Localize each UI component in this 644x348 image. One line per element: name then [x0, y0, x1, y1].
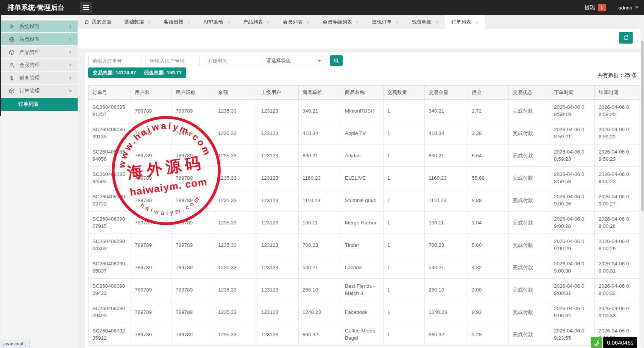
table-row: SC260406085991357897897897891235.3312312…	[89, 122, 639, 144]
table-cell: 1235.33	[214, 234, 257, 256]
table-cell: 789789	[131, 256, 172, 279]
cube-icon	[9, 49, 15, 55]
sidebar-item[interactable]: 站点设置	[1, 33, 78, 45]
sidebar-item[interactable]: 产品管理	[1, 46, 78, 58]
column-header: 余额	[214, 86, 257, 100]
table-cell: 789789	[131, 167, 172, 189]
table-cell: 130.11	[425, 212, 468, 234]
toolbar-strip	[78, 29, 641, 49]
table-cell: 2026-04-06 09:00:29	[550, 234, 595, 256]
status-select[interactable]: 请选择状态	[262, 55, 326, 66]
execution-time-value: 0.064046s	[603, 337, 637, 348]
commission-total-chip: 佣金总额: 159.77	[139, 67, 186, 78]
table-cell: 完成付款	[509, 234, 550, 256]
table-cell: SC26040609007915	[89, 212, 131, 234]
table-cell: 789789	[172, 323, 214, 346]
column-header: 交易金额	[425, 86, 468, 100]
tab[interactable]: 我的桌面	[78, 15, 118, 29]
withdraw-link[interactable]: 提现	[585, 4, 595, 11]
sidebar-item[interactable]: 系统设置	[1, 20, 78, 32]
table-cell: 700.23	[299, 234, 341, 256]
table-cell: SC26040609002722	[89, 189, 131, 212]
table-cell: 789789	[172, 256, 214, 279]
table-cell: 1235.33	[214, 256, 257, 279]
user-no-input[interactable]	[146, 55, 200, 66]
tab[interactable]: APP滚动×	[197, 15, 237, 29]
menu-toggle-button[interactable]	[80, 2, 92, 13]
chevron-left-icon	[68, 63, 73, 68]
sidebar-item[interactable]: 订单管理	[1, 85, 78, 97]
table-cell: 789789	[172, 122, 214, 144]
tab[interactable]: 会员列表×	[276, 15, 316, 29]
tab[interactable]: 钱包明细×	[405, 15, 445, 29]
sidebar-item[interactable]: 会员管理	[1, 59, 78, 71]
tab-close-icon[interactable]: ×	[227, 19, 231, 25]
table-cell: 830.21	[425, 144, 468, 167]
sidebar-subitem[interactable]: 订单列表	[1, 98, 78, 111]
table-cell: 完成付款	[509, 144, 550, 167]
table-cell: 1	[384, 212, 425, 234]
tab-label: 基础数据	[124, 19, 144, 25]
table-cell: 完成付款	[509, 189, 550, 212]
table-cell: 2026-04-06 09:00:28	[595, 212, 639, 234]
table-cell: 1110.23	[299, 189, 341, 212]
table-cell: Stumble guys	[341, 189, 384, 212]
table-cell: 540.21	[425, 256, 468, 279]
tab-close-icon[interactable]: ×	[267, 19, 270, 25]
table-cell: SC26040609005837	[89, 256, 131, 279]
thinkphp-leaf-icon	[591, 337, 602, 348]
column-header: 上级用户	[257, 86, 299, 100]
tab-close-icon[interactable]: ×	[435, 19, 438, 25]
tab[interactable]: 客服链接×	[157, 15, 197, 29]
tab[interactable]: 会员等级列表×	[316, 15, 366, 29]
tab-close-icon[interactable]: ×	[306, 19, 310, 25]
table-cell: Facebook	[341, 301, 384, 323]
table-cell: 123123	[257, 301, 299, 323]
trade-total-chip: 交易总额: 14174.87	[88, 67, 140, 78]
table-cell: 789789	[131, 323, 172, 346]
tab[interactable]: 基础数据×	[118, 15, 157, 29]
scrollbar-track[interactable]	[641, 15, 644, 348]
table-cell: 6.64	[468, 144, 509, 167]
order-no-input[interactable]	[88, 55, 142, 66]
table-cell: 2026-04-06 09:00:31	[595, 256, 639, 279]
table-cell: 完成付款	[509, 122, 550, 144]
tab-close-icon[interactable]: ×	[396, 19, 399, 25]
user-menu[interactable]: admin	[618, 5, 632, 11]
table-cell: 1	[384, 234, 425, 256]
column-header: 用户昵称	[172, 86, 214, 100]
table-row: SC260406090094937897897897891235.3312312…	[89, 301, 639, 323]
search-button[interactable]	[330, 55, 343, 66]
table-cell: 789789	[131, 212, 172, 234]
tab-bar: 我的桌面基础数据×客服链接×APP滚动×产品列表×会员列表×会员等级列表×提现订…	[78, 15, 641, 29]
refresh-button[interactable]	[619, 32, 633, 44]
chevron-left-icon	[68, 75, 73, 81]
table-cell: 5.60	[468, 234, 509, 256]
table-cell: 1235.33	[214, 189, 257, 212]
sidebar-item[interactable]: 财务管理	[1, 72, 78, 84]
tab[interactable]: 产品列表×	[237, 15, 276, 29]
tab-close-icon[interactable]: ×	[475, 19, 478, 25]
scrollbar-thumb[interactable]	[641, 41, 644, 211]
table-cell: 完成付款	[509, 167, 550, 189]
tab[interactable]: 提现订单×	[366, 15, 405, 29]
table-cell: Tinder	[341, 234, 384, 256]
table-cell: 5.28	[468, 323, 509, 346]
withdraw-count-badge[interactable]: 0	[598, 4, 606, 11]
table-cell: 660.32	[425, 323, 468, 346]
start-time-input[interactable]	[204, 55, 258, 66]
tab-close-icon[interactable]: ×	[187, 19, 191, 25]
table-cell: SC26040609235912	[89, 323, 131, 346]
table-cell: 123123	[257, 234, 299, 256]
table-cell: 540.21	[299, 256, 341, 279]
tab[interactable]: 订单列表×	[445, 15, 485, 29]
table-cell: 1	[384, 100, 425, 122]
record-count: 共有数据：25 条	[598, 72, 637, 79]
table-cell: 2026-04-06 08:59:58	[550, 167, 595, 189]
table-cell: 1235.33	[214, 212, 257, 234]
table-cell: 1110.23	[425, 189, 468, 212]
tab-close-icon[interactable]: ×	[148, 19, 151, 25]
tab-close-icon[interactable]: ×	[356, 19, 359, 25]
table-cell: 1235.33	[214, 167, 257, 189]
table-cell: 789789	[172, 279, 214, 301]
